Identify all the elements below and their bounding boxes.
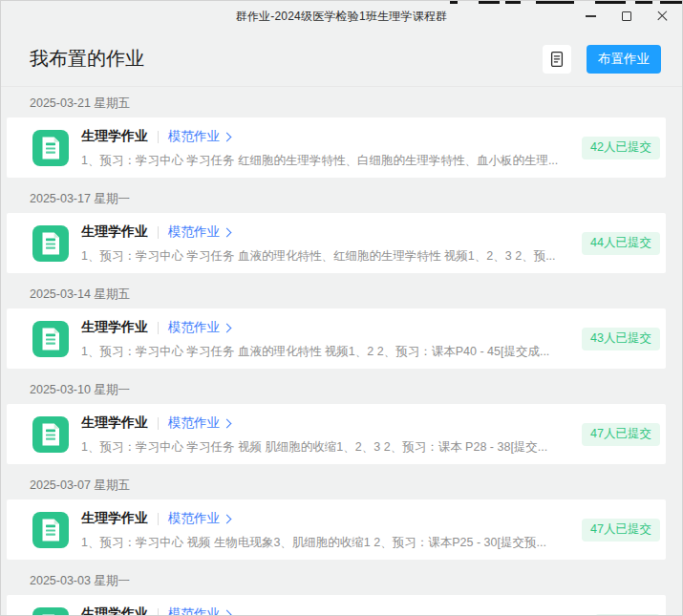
assignment-info: 生理学作业 模范作业 1、预习：学习中心 学习任务 红细胞的生理学特性、白细胞的… bbox=[81, 129, 570, 167]
vertical-divider bbox=[158, 322, 159, 334]
vertical-divider bbox=[158, 608, 159, 616]
assignment-title: 生理学作业 bbox=[81, 605, 148, 616]
homework-icon bbox=[32, 130, 69, 166]
homework-icon bbox=[32, 512, 69, 548]
assignment-title-row: 生理学作业 模范作业 bbox=[81, 129, 570, 145]
assignment-title: 生理学作业 bbox=[81, 510, 148, 527]
model-homework-link[interactable]: 模范作业 bbox=[168, 510, 230, 527]
homework-records-button[interactable] bbox=[543, 45, 571, 74]
assignment-info: 生理学作业 模范作业 1、预习：学习中心 学习任务 血液的理化特性、红细胞的生理… bbox=[81, 224, 570, 263]
vertical-divider bbox=[158, 226, 159, 239]
assignment-title-row: 生理学作业 模范作业 bbox=[81, 511, 570, 527]
assignment-group: 2025-03-10 星期一 生理学作业 模范作业 1、预习： bbox=[7, 369, 666, 464]
page-title: 我布置的作业 bbox=[30, 46, 144, 72]
assignment-list[interactable]: 2025-03-21 星期五 生理学作业 模范作业 1、预习： bbox=[1, 82, 682, 616]
homework-icon bbox=[32, 225, 69, 262]
assign-homework-button[interactable]: 布置作业 bbox=[587, 45, 661, 74]
assignment-title-row: 生理学作业 模范作业 bbox=[81, 320, 570, 336]
assignment-info: 生理学作业 模范作业 bbox=[81, 606, 584, 616]
date-header: 2025-03-14 星期五 bbox=[7, 273, 666, 308]
model-homework-label: 模范作业 bbox=[168, 414, 220, 432]
title-bar: 群作业-2024级医学检验1班生理学课程群 bbox=[1, 1, 682, 32]
date-header: 2025-03-10 星期一 bbox=[7, 369, 666, 404]
model-homework-label: 模范作业 bbox=[168, 510, 220, 527]
submitted-count-badge[interactable]: 47人已提交 bbox=[582, 519, 660, 542]
model-homework-label: 模范作业 bbox=[168, 128, 220, 145]
vertical-divider bbox=[158, 131, 159, 143]
submitted-count-badge[interactable]: 43人已提交 bbox=[582, 328, 660, 350]
assignment-group: 2025-03-14 星期五 生理学作业 模范作业 1、预习： bbox=[7, 273, 666, 369]
page-header: 我布置的作业 布置作业 bbox=[1, 32, 682, 87]
assignment-description: 1、预习：学习中心 学习任务 血液的理化特性、红细胞的生理学特性 视频1、2、3… bbox=[81, 248, 570, 263]
assignment-info: 生理学作业 模范作业 1、预习：学习中心 学习任务 血液的理化特性 视频1、2 … bbox=[81, 320, 570, 358]
assignment-title-row: 生理学作业 模范作业 bbox=[81, 606, 584, 616]
assignment-card[interactable]: 生理学作业 模范作业 1、预习：学习中心 学习任务 血液的理化特性 视频1、2 … bbox=[7, 308, 666, 369]
chevron-right-icon bbox=[223, 514, 232, 523]
assignment-card[interactable]: 生理学作业 模范作业 1、预习：学习中心 学习任务 红细胞的生理学特性、白细胞的… bbox=[7, 117, 666, 178]
vertical-divider bbox=[158, 417, 159, 430]
assignment-group: 2025-03-17 星期一 生理学作业 模范作业 1、预习： bbox=[7, 178, 666, 273]
homework-icon bbox=[32, 607, 69, 616]
date-header: 2025-03-17 星期一 bbox=[7, 178, 666, 213]
assignment-title: 生理学作业 bbox=[81, 128, 148, 145]
model-homework-link[interactable]: 模范作业 bbox=[168, 223, 230, 241]
assignment-group: 2025-03-21 星期五 生理学作业 模范作业 1、预习： bbox=[7, 82, 666, 178]
assignment-description: 1、预习：学习中心 学习任务 血液的理化特性 视频1、2 2、预习：课本P40 … bbox=[81, 344, 570, 358]
maximize-button[interactable] bbox=[608, 1, 644, 32]
assignment-card[interactable]: 生理学作业 模范作业 1、预习：学习中心 学习任务 视频 肌细胞的收缩1、2、3… bbox=[7, 404, 666, 464]
assignment-title-row: 生理学作业 模范作业 bbox=[81, 415, 570, 432]
vertical-divider bbox=[158, 513, 159, 525]
assignment-card[interactable]: 生理学作业 模范作业 bbox=[7, 595, 666, 616]
chevron-right-icon bbox=[223, 609, 232, 616]
chevron-right-icon bbox=[223, 132, 232, 141]
chevron-right-icon bbox=[223, 323, 232, 332]
assignment-group: 2025-03-03 星期一 生理学作业 模范作业 bbox=[7, 560, 666, 616]
minimize-button[interactable] bbox=[573, 1, 608, 32]
chevron-right-icon bbox=[223, 227, 232, 237]
close-button[interactable] bbox=[644, 1, 679, 32]
homework-icon bbox=[32, 416, 69, 453]
assignment-info: 生理学作业 模范作业 1、预习：学习中心 学习任务 视频 肌细胞的收缩1、2、3… bbox=[81, 415, 570, 454]
homework-icon bbox=[32, 321, 69, 357]
chevron-right-icon bbox=[223, 418, 232, 428]
assignment-title: 生理学作业 bbox=[81, 223, 148, 241]
assignment-title: 生理学作业 bbox=[81, 414, 148, 432]
model-homework-link[interactable]: 模范作业 bbox=[168, 414, 230, 432]
window-controls bbox=[573, 1, 679, 32]
assignment-description: 1、预习：学习中心 学习任务 视频 肌细胞的收缩1、2、3 2、预习：课本 P2… bbox=[81, 439, 570, 454]
model-homework-link[interactable]: 模范作业 bbox=[168, 128, 230, 145]
submitted-count-badge[interactable]: 42人已提交 bbox=[582, 137, 660, 159]
assignment-description: 1、预习：学习中心 学习任务 红细胞的生理学特性、白细胞的生理学特性、血小板的生… bbox=[81, 153, 570, 167]
model-homework-link[interactable]: 模范作业 bbox=[168, 605, 230, 616]
minimize-icon bbox=[586, 15, 596, 17]
model-homework-label: 模范作业 bbox=[168, 319, 220, 336]
date-header: 2025-03-21 星期五 bbox=[7, 82, 666, 117]
assignment-title-row: 生理学作业 模范作业 bbox=[81, 224, 570, 241]
assignment-description: 1、预习：学习中心 视频 生物电现象3、肌细胞的收缩1 2、预习：课本P25 -… bbox=[81, 535, 570, 549]
model-homework-link[interactable]: 模范作业 bbox=[168, 319, 230, 336]
assignment-group: 2025-03-07 星期五 生理学作业 模范作业 1、预习： bbox=[7, 464, 666, 560]
assignment-title: 生理学作业 bbox=[81, 319, 148, 336]
document-list-icon bbox=[548, 51, 566, 68]
model-homework-label: 模范作业 bbox=[168, 223, 220, 241]
assignment-card[interactable]: 生理学作业 模范作业 1、预习：学习中心 学习任务 血液的理化特性、红细胞的生理… bbox=[7, 213, 666, 273]
assignment-card[interactable]: 生理学作业 模范作业 1、预习：学习中心 视频 生物电现象3、肌细胞的收缩1 2… bbox=[7, 499, 666, 560]
model-homework-label: 模范作业 bbox=[168, 605, 220, 616]
app-window: 群作业-2024级医学检验1班生理学课程群 我布置的作业 布置作业 2025-0 bbox=[0, 0, 683, 616]
submitted-count-badge[interactable]: 47人已提交 bbox=[582, 423, 660, 446]
close-icon bbox=[656, 11, 668, 22]
assignment-info: 生理学作业 模范作业 1、预习：学习中心 视频 生物电现象3、肌细胞的收缩1 2… bbox=[81, 511, 570, 549]
window-title: 群作业-2024级医学检验1班生理学课程群 bbox=[236, 9, 448, 25]
date-header: 2025-03-07 星期五 bbox=[7, 464, 666, 499]
date-header: 2025-03-03 星期一 bbox=[7, 560, 666, 595]
maximize-icon bbox=[622, 11, 631, 21]
submitted-count-badge[interactable]: 44人已提交 bbox=[582, 232, 660, 255]
